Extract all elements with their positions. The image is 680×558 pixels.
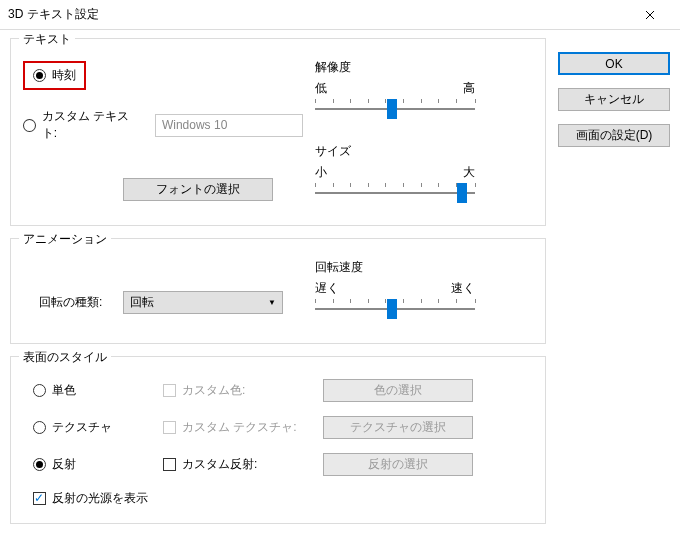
slider-max-label: 大 <box>463 164 475 181</box>
slider-thumb[interactable] <box>387 299 397 319</box>
slider-size-track[interactable] <box>315 183 475 203</box>
checkbox-icon <box>33 492 46 505</box>
slider-speed-track[interactable] <box>315 299 475 319</box>
radio-solid-label: 単色 <box>52 382 76 399</box>
slider-thumb[interactable] <box>457 183 467 203</box>
checkbox-icon <box>163 384 176 397</box>
checkbox-custom-reflection-label: カスタム反射: <box>182 456 257 473</box>
radio-time[interactable]: 時刻 <box>33 67 76 84</box>
slider-max-label: 高 <box>463 80 475 97</box>
checkbox-custom-color-label: カスタム色: <box>182 382 245 399</box>
close-button[interactable] <box>628 0 672 30</box>
checkbox-icon <box>163 421 176 434</box>
title-bar: 3D テキスト設定 <box>0 0 680 30</box>
checkbox-custom-color[interactable]: カスタム色: <box>163 382 323 399</box>
slider-size-minmax: 小 大 <box>315 164 475 181</box>
custom-text-input[interactable]: Windows 10 <box>155 114 303 137</box>
checkbox-icon <box>163 458 176 471</box>
reflection-select-button: 反射の選択 <box>323 453 473 476</box>
slider-min-label: 低 <box>315 80 327 97</box>
group-text-label: テキスト <box>19 31 75 48</box>
font-select-button[interactable]: フォントの選択 <box>123 178 273 201</box>
radio-icon <box>23 119 36 132</box>
radio-texture-label: テクスチャ <box>52 419 112 436</box>
checkbox-custom-texture[interactable]: カスタム テクスチャ: <box>163 419 323 436</box>
checkbox-custom-texture-label: カスタム テクスチャ: <box>182 419 297 436</box>
radio-custom-label: カスタム テキスト: <box>42 108 143 142</box>
radio-reflection-label: 反射 <box>52 456 76 473</box>
checkbox-show-source-label: 反射の光源を表示 <box>52 490 148 507</box>
group-surface-label: 表面のスタイル <box>19 349 111 366</box>
rotation-type-combo[interactable]: 回転 ▼ <box>123 291 283 314</box>
radio-icon <box>33 384 46 397</box>
slider-resolution-track[interactable] <box>315 99 475 119</box>
group-animation: アニメーション 回転の種類: 回転 ▼ 回転速度 遅く 速く <box>10 238 546 344</box>
color-select-button: 色の選択 <box>323 379 473 402</box>
display-settings-button[interactable]: 画面の設定(D) <box>558 124 670 147</box>
checkbox-custom-reflection[interactable]: カスタム反射: <box>163 456 323 473</box>
group-text: テキスト 時刻 カスタム テキスト: <box>10 38 546 226</box>
radio-icon <box>33 458 46 471</box>
slider-size: サイズ 小 大 <box>315 143 533 203</box>
rotation-type-label: 回転の種類: <box>23 294 123 311</box>
slider-resolution: 解像度 低 高 <box>315 59 533 119</box>
radio-icon <box>33 421 46 434</box>
slider-speed-minmax: 遅く 速く <box>315 280 475 297</box>
chevron-down-icon: ▼ <box>268 298 276 307</box>
window-title: 3D テキスト設定 <box>8 6 628 23</box>
radio-reflection[interactable]: 反射 <box>33 456 163 473</box>
slider-max-label: 速く <box>451 280 475 297</box>
slider-speed: 回転速度 遅く 速く <box>315 259 533 319</box>
highlight-time-radio: 時刻 <box>23 61 86 90</box>
radio-time-label: 時刻 <box>52 67 76 84</box>
group-animation-label: アニメーション <box>19 231 111 248</box>
slider-thumb[interactable] <box>387 99 397 119</box>
slider-speed-label: 回転速度 <box>315 259 533 276</box>
slider-resolution-minmax: 低 高 <box>315 80 475 97</box>
cancel-button[interactable]: キャンセル <box>558 88 670 111</box>
radio-icon <box>33 69 46 82</box>
ok-button[interactable]: OK <box>558 52 670 75</box>
slider-size-label: サイズ <box>315 143 533 160</box>
slider-resolution-label: 解像度 <box>315 59 533 76</box>
checkbox-show-light-source[interactable]: 反射の光源を表示 <box>33 490 148 507</box>
radio-solid-color[interactable]: 単色 <box>33 382 163 399</box>
close-icon <box>645 10 655 20</box>
slider-min-label: 遅く <box>315 280 339 297</box>
texture-select-button: テクスチャの選択 <box>323 416 473 439</box>
radio-custom-text[interactable]: カスタム テキスト: <box>23 108 143 142</box>
combo-value: 回転 <box>130 294 268 311</box>
group-surface: 表面のスタイル 単色 カスタム色: 色の選択 <box>10 356 546 524</box>
slider-min-label: 小 <box>315 164 327 181</box>
radio-texture[interactable]: テクスチャ <box>33 419 163 436</box>
